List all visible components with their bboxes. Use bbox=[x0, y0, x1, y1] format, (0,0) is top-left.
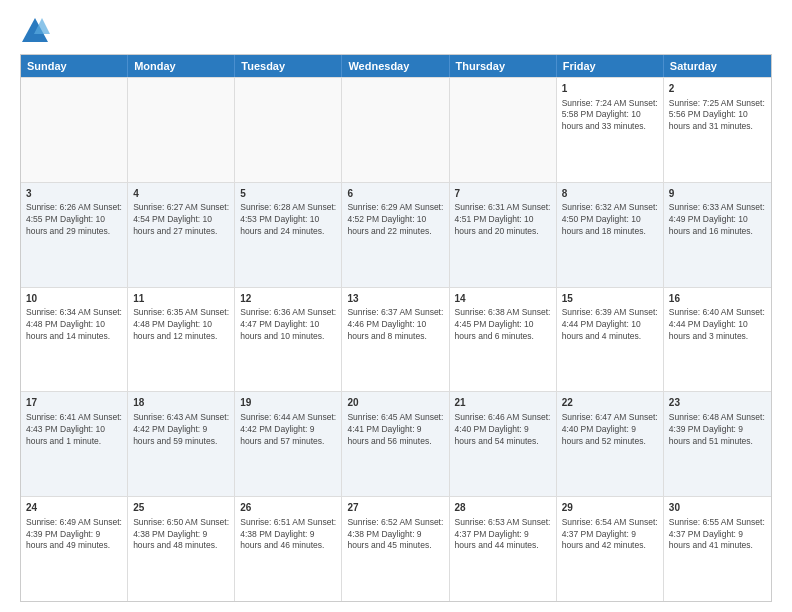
calendar-cell: 1Sunrise: 7:24 AM Sunset: 5:58 PM Daylig… bbox=[557, 78, 664, 182]
calendar-cell bbox=[128, 78, 235, 182]
day-number: 22 bbox=[562, 396, 658, 410]
day-number: 12 bbox=[240, 292, 336, 306]
cell-detail: Sunrise: 6:54 AM Sunset: 4:37 PM Dayligh… bbox=[562, 517, 658, 553]
day-number: 6 bbox=[347, 187, 443, 201]
cell-detail: Sunrise: 6:48 AM Sunset: 4:39 PM Dayligh… bbox=[669, 412, 766, 448]
calendar-row-2: 10Sunrise: 6:34 AM Sunset: 4:48 PM Dayli… bbox=[21, 287, 771, 392]
day-number: 10 bbox=[26, 292, 122, 306]
cell-detail: Sunrise: 6:41 AM Sunset: 4:43 PM Dayligh… bbox=[26, 412, 122, 448]
header-day-monday: Monday bbox=[128, 55, 235, 77]
day-number: 16 bbox=[669, 292, 766, 306]
calendar-cell: 24Sunrise: 6:49 AM Sunset: 4:39 PM Dayli… bbox=[21, 497, 128, 601]
calendar-cell: 30Sunrise: 6:55 AM Sunset: 4:37 PM Dayli… bbox=[664, 497, 771, 601]
cell-detail: Sunrise: 6:47 AM Sunset: 4:40 PM Dayligh… bbox=[562, 412, 658, 448]
calendar-row-0: 1Sunrise: 7:24 AM Sunset: 5:58 PM Daylig… bbox=[21, 77, 771, 182]
day-number: 1 bbox=[562, 82, 658, 96]
calendar-body: 1Sunrise: 7:24 AM Sunset: 5:58 PM Daylig… bbox=[21, 77, 771, 601]
calendar-cell: 3Sunrise: 6:26 AM Sunset: 4:55 PM Daylig… bbox=[21, 183, 128, 287]
day-number: 26 bbox=[240, 501, 336, 515]
day-number: 4 bbox=[133, 187, 229, 201]
calendar-cell: 11Sunrise: 6:35 AM Sunset: 4:48 PM Dayli… bbox=[128, 288, 235, 392]
day-number: 3 bbox=[26, 187, 122, 201]
cell-detail: Sunrise: 6:26 AM Sunset: 4:55 PM Dayligh… bbox=[26, 202, 122, 238]
calendar-cell bbox=[21, 78, 128, 182]
calendar-cell: 23Sunrise: 6:48 AM Sunset: 4:39 PM Dayli… bbox=[664, 392, 771, 496]
day-number: 25 bbox=[133, 501, 229, 515]
cell-detail: Sunrise: 6:38 AM Sunset: 4:45 PM Dayligh… bbox=[455, 307, 551, 343]
day-number: 5 bbox=[240, 187, 336, 201]
calendar-cell: 22Sunrise: 6:47 AM Sunset: 4:40 PM Dayli… bbox=[557, 392, 664, 496]
day-number: 11 bbox=[133, 292, 229, 306]
day-number: 30 bbox=[669, 501, 766, 515]
day-number: 14 bbox=[455, 292, 551, 306]
cell-detail: Sunrise: 6:46 AM Sunset: 4:40 PM Dayligh… bbox=[455, 412, 551, 448]
calendar-header: SundayMondayTuesdayWednesdayThursdayFrid… bbox=[21, 55, 771, 77]
cell-detail: Sunrise: 6:43 AM Sunset: 4:42 PM Dayligh… bbox=[133, 412, 229, 448]
calendar-cell bbox=[450, 78, 557, 182]
day-number: 17 bbox=[26, 396, 122, 410]
cell-detail: Sunrise: 7:24 AM Sunset: 5:58 PM Dayligh… bbox=[562, 98, 658, 134]
calendar-cell: 10Sunrise: 6:34 AM Sunset: 4:48 PM Dayli… bbox=[21, 288, 128, 392]
day-number: 2 bbox=[669, 82, 766, 96]
day-number: 9 bbox=[669, 187, 766, 201]
calendar-row-1: 3Sunrise: 6:26 AM Sunset: 4:55 PM Daylig… bbox=[21, 182, 771, 287]
cell-detail: Sunrise: 6:49 AM Sunset: 4:39 PM Dayligh… bbox=[26, 517, 122, 553]
calendar-cell bbox=[235, 78, 342, 182]
day-number: 24 bbox=[26, 501, 122, 515]
day-number: 27 bbox=[347, 501, 443, 515]
header-day-sunday: Sunday bbox=[21, 55, 128, 77]
calendar-cell: 7Sunrise: 6:31 AM Sunset: 4:51 PM Daylig… bbox=[450, 183, 557, 287]
calendar: SundayMondayTuesdayWednesdayThursdayFrid… bbox=[20, 54, 772, 602]
calendar-cell: 9Sunrise: 6:33 AM Sunset: 4:49 PM Daylig… bbox=[664, 183, 771, 287]
cell-detail: Sunrise: 6:52 AM Sunset: 4:38 PM Dayligh… bbox=[347, 517, 443, 553]
day-number: 13 bbox=[347, 292, 443, 306]
calendar-cell bbox=[342, 78, 449, 182]
calendar-cell: 15Sunrise: 6:39 AM Sunset: 4:44 PM Dayli… bbox=[557, 288, 664, 392]
cell-detail: Sunrise: 6:36 AM Sunset: 4:47 PM Dayligh… bbox=[240, 307, 336, 343]
logo-area bbox=[20, 16, 54, 46]
cell-detail: Sunrise: 6:28 AM Sunset: 4:53 PM Dayligh… bbox=[240, 202, 336, 238]
calendar-cell: 25Sunrise: 6:50 AM Sunset: 4:38 PM Dayli… bbox=[128, 497, 235, 601]
calendar-cell: 18Sunrise: 6:43 AM Sunset: 4:42 PM Dayli… bbox=[128, 392, 235, 496]
calendar-cell: 21Sunrise: 6:46 AM Sunset: 4:40 PM Dayli… bbox=[450, 392, 557, 496]
day-number: 23 bbox=[669, 396, 766, 410]
cell-detail: Sunrise: 6:45 AM Sunset: 4:41 PM Dayligh… bbox=[347, 412, 443, 448]
calendar-cell: 6Sunrise: 6:29 AM Sunset: 4:52 PM Daylig… bbox=[342, 183, 449, 287]
calendar-cell: 27Sunrise: 6:52 AM Sunset: 4:38 PM Dayli… bbox=[342, 497, 449, 601]
calendar-row-3: 17Sunrise: 6:41 AM Sunset: 4:43 PM Dayli… bbox=[21, 391, 771, 496]
cell-detail: Sunrise: 6:55 AM Sunset: 4:37 PM Dayligh… bbox=[669, 517, 766, 553]
cell-detail: Sunrise: 6:53 AM Sunset: 4:37 PM Dayligh… bbox=[455, 517, 551, 553]
day-number: 20 bbox=[347, 396, 443, 410]
day-number: 19 bbox=[240, 396, 336, 410]
calendar-cell: 12Sunrise: 6:36 AM Sunset: 4:47 PM Dayli… bbox=[235, 288, 342, 392]
day-number: 29 bbox=[562, 501, 658, 515]
cell-detail: Sunrise: 6:39 AM Sunset: 4:44 PM Dayligh… bbox=[562, 307, 658, 343]
cell-detail: Sunrise: 6:35 AM Sunset: 4:48 PM Dayligh… bbox=[133, 307, 229, 343]
cell-detail: Sunrise: 6:33 AM Sunset: 4:49 PM Dayligh… bbox=[669, 202, 766, 238]
top-area bbox=[20, 16, 772, 46]
header-day-wednesday: Wednesday bbox=[342, 55, 449, 77]
calendar-cell: 2Sunrise: 7:25 AM Sunset: 5:56 PM Daylig… bbox=[664, 78, 771, 182]
day-number: 18 bbox=[133, 396, 229, 410]
cell-detail: Sunrise: 6:32 AM Sunset: 4:50 PM Dayligh… bbox=[562, 202, 658, 238]
cell-detail: Sunrise: 6:37 AM Sunset: 4:46 PM Dayligh… bbox=[347, 307, 443, 343]
day-number: 15 bbox=[562, 292, 658, 306]
calendar-cell: 14Sunrise: 6:38 AM Sunset: 4:45 PM Dayli… bbox=[450, 288, 557, 392]
logo-icon bbox=[20, 16, 50, 46]
header-day-saturday: Saturday bbox=[664, 55, 771, 77]
header-day-friday: Friday bbox=[557, 55, 664, 77]
cell-detail: Sunrise: 6:31 AM Sunset: 4:51 PM Dayligh… bbox=[455, 202, 551, 238]
calendar-row-4: 24Sunrise: 6:49 AM Sunset: 4:39 PM Dayli… bbox=[21, 496, 771, 601]
header-day-tuesday: Tuesday bbox=[235, 55, 342, 77]
calendar-cell: 26Sunrise: 6:51 AM Sunset: 4:38 PM Dayli… bbox=[235, 497, 342, 601]
day-number: 7 bbox=[455, 187, 551, 201]
calendar-cell: 8Sunrise: 6:32 AM Sunset: 4:50 PM Daylig… bbox=[557, 183, 664, 287]
calendar-cell: 17Sunrise: 6:41 AM Sunset: 4:43 PM Dayli… bbox=[21, 392, 128, 496]
cell-detail: Sunrise: 6:50 AM Sunset: 4:38 PM Dayligh… bbox=[133, 517, 229, 553]
calendar-cell: 20Sunrise: 6:45 AM Sunset: 4:41 PM Dayli… bbox=[342, 392, 449, 496]
cell-detail: Sunrise: 6:29 AM Sunset: 4:52 PM Dayligh… bbox=[347, 202, 443, 238]
page: SundayMondayTuesdayWednesdayThursdayFrid… bbox=[0, 0, 792, 612]
cell-detail: Sunrise: 6:27 AM Sunset: 4:54 PM Dayligh… bbox=[133, 202, 229, 238]
cell-detail: Sunrise: 6:40 AM Sunset: 4:44 PM Dayligh… bbox=[669, 307, 766, 343]
calendar-cell: 13Sunrise: 6:37 AM Sunset: 4:46 PM Dayli… bbox=[342, 288, 449, 392]
